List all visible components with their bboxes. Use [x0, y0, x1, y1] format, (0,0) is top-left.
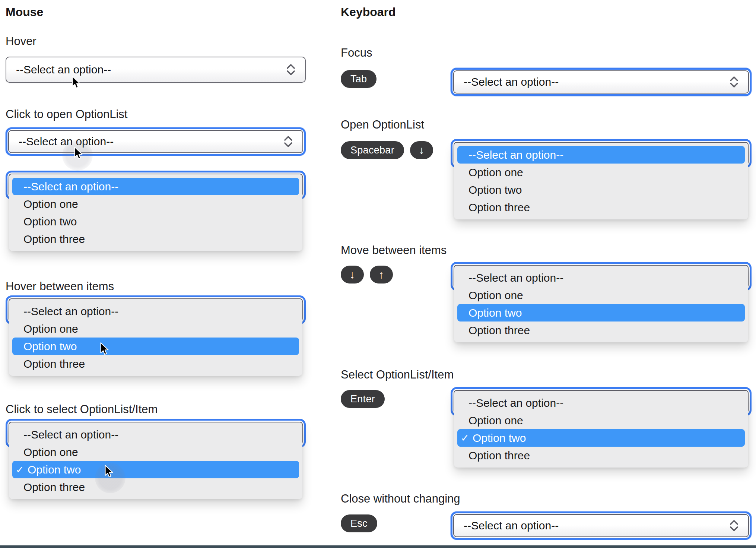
click-open-trigger-demo: --Select an option-- [6, 127, 306, 156]
select-value: --Select an option-- [464, 76, 559, 88]
option-item-selected[interactable]: ✓ Option two [457, 429, 745, 447]
click-open-optionlist-demo: --Select an option-- Option one Option t… [6, 171, 306, 251]
optionlist-open: --Select an option-- Option one Option t… [451, 139, 752, 219]
option-item[interactable]: --Select an option-- [457, 394, 745, 412]
option-item[interactable]: Option two [12, 213, 299, 230]
section-close: Close without changing [341, 492, 752, 506]
option-item[interactable]: Option three [457, 447, 745, 464]
option-item[interactable]: Option one [457, 286, 745, 304]
hover-items-demo: --Select an option-- Option one Option t… [6, 295, 306, 376]
chevron-updown-icon [729, 519, 739, 532]
section-open: Open OptionList [341, 118, 752, 132]
enter-key-badge: Enter [341, 390, 385, 408]
option-item[interactable]: Option three [457, 321, 745, 339]
option-item[interactable]: Option one [457, 412, 745, 429]
optionlist-open: --Select an option-- Option one ✓ Option… [451, 387, 752, 468]
option-item[interactable]: --Select an option-- [12, 302, 299, 320]
focus-demo: Tab --Select an option-- [341, 68, 752, 96]
tab-key-badge: Tab [341, 70, 377, 88]
select-trigger-focused[interactable]: --Select an option-- [6, 127, 306, 156]
arrow-down-key-badge: ↓ [341, 266, 364, 283]
section-hover-items: Hover between items [6, 280, 306, 293]
chevron-updown-icon [283, 135, 293, 148]
option-list: --Select an option-- Option one Option t… [454, 143, 748, 219]
option-list: --Select an option-- Option one Option t… [454, 266, 748, 342]
section-hover: Hover [6, 35, 306, 48]
option-item[interactable]: --Select an option-- [12, 426, 299, 443]
keyboard-title: Keyboard [341, 5, 752, 19]
option-item[interactable]: --Select an option-- [457, 269, 745, 286]
keyboard-column: Keyboard Focus Tab --Select an option-- … [341, 0, 752, 540]
check-icon: ✓ [461, 432, 473, 444]
arrow-down-key-badge: ↓ [410, 141, 433, 159]
option-list: --Select an option-- Option one Option t… [9, 299, 302, 376]
option-list: --Select an option-- Option one Option t… [9, 174, 302, 251]
option-item-active[interactable]: Option two [457, 304, 745, 321]
bottom-divider [0, 545, 756, 548]
option-item[interactable]: Option one [12, 195, 299, 213]
option-list: --Select an option-- Option one ✓ Option… [9, 422, 302, 499]
check-icon: ✓ [16, 464, 28, 476]
option-item[interactable]: --Select an option-- [457, 146, 745, 164]
spacebar-key-badge: Spacebar [341, 141, 404, 159]
click-select-demo: --Select an option-- Option one ✓ Option… [6, 419, 306, 499]
section-focus: Focus [341, 46, 752, 60]
chevron-updown-icon [286, 63, 296, 76]
select-trigger-focused[interactable]: --Select an option-- [451, 511, 752, 540]
option-item-selected[interactable]: ✓ Option two [12, 461, 299, 478]
chevron-updown-icon [729, 76, 739, 88]
section-click-open: Click to open OptionList [6, 108, 306, 121]
option-item[interactable]: Option one [12, 320, 299, 338]
option-item-hovered[interactable]: Option two [12, 338, 299, 355]
option-item[interactable]: --Select an option-- [12, 178, 299, 195]
arrow-up-key-badge: ↑ [370, 266, 393, 283]
section-move: Move between items [341, 244, 752, 257]
option-item[interactable]: Option one [457, 164, 745, 181]
mouse-column: Mouse Hover --Select an option-- Click t… [6, 0, 306, 499]
option-item[interactable]: Option two [457, 181, 745, 199]
select-trigger-focused[interactable]: --Select an option-- [451, 68, 752, 96]
select-value: --Select an option-- [16, 63, 111, 76]
option-item[interactable]: Option three [12, 230, 299, 248]
section-select: Select OptionList/Item [341, 368, 752, 381]
select-item-demo: Enter --Select an option-- Option one ✓ … [341, 387, 752, 468]
close-demo: Esc --Select an option-- [341, 511, 752, 540]
select-trigger[interactable]: --Select an option-- [6, 57, 306, 83]
click-halo [62, 140, 93, 171]
open-optionlist-demo: Spacebar ↓ --Select an option-- Option o… [341, 139, 752, 219]
option-item[interactable]: Option one [12, 443, 299, 461]
option-list: --Select an option-- Option one ✓ Option… [454, 391, 748, 468]
section-click-select: Click to select OptionList/Item [6, 403, 306, 416]
select-value: --Select an option-- [464, 519, 559, 532]
esc-key-badge: Esc [341, 514, 377, 532]
mouse-title: Mouse [6, 5, 306, 19]
click-halo [95, 463, 126, 493]
option-item[interactable]: Option three [12, 478, 299, 496]
move-items-demo: ↓ ↑ --Select an option-- Option one Opti… [341, 262, 752, 342]
option-item[interactable]: Option three [457, 199, 745, 216]
optionlist-open: --Select an option-- Option one Option t… [451, 262, 752, 342]
hover-demo: --Select an option-- [6, 57, 306, 83]
option-item[interactable]: Option three [12, 355, 299, 373]
